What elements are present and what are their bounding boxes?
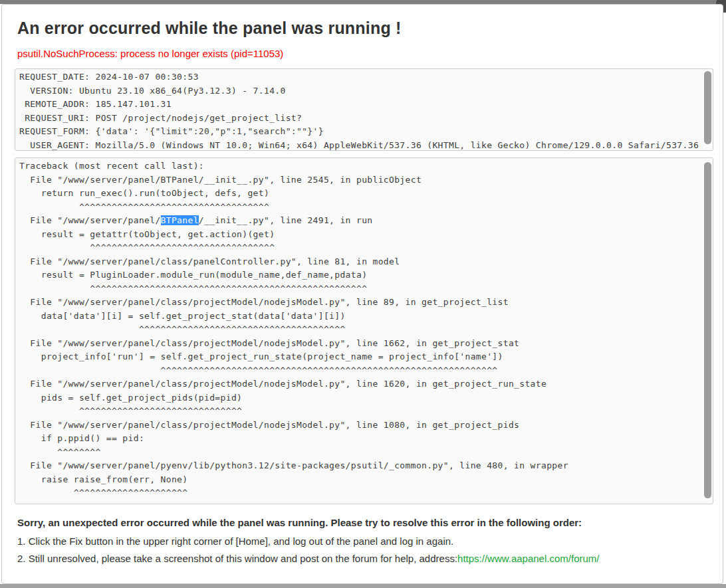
traceback-text[interactable]: Traceback (most recent call last): File … bbox=[15, 158, 713, 500]
error-title: An error occurred while the panel was ru… bbox=[17, 17, 402, 39]
request-info-scrollbar-thumb[interactable] bbox=[704, 71, 711, 144]
page-bottom-bar bbox=[0, 584, 726, 588]
help-step-2: 2. Still unresolved, please take a scree… bbox=[17, 552, 599, 565]
help-summary: Sorry, an unexpected error occurred whil… bbox=[17, 516, 582, 530]
request-info-text[interactable]: REQUEST_DATE: 2024-10-07 00:30:53 VERSIO… bbox=[15, 69, 713, 151]
exception-message: psutil.NoSuchProcess: process no longer … bbox=[17, 47, 283, 60]
forum-link[interactable]: https://www.aapanel.com/forum/ bbox=[457, 553, 599, 564]
error-dialog: An error occurred while the panel was ru… bbox=[1, 4, 723, 584]
request-info-box: REQUEST_DATE: 2024-10-07 00:30:53 VERSIO… bbox=[15, 68, 713, 151]
help-step-2-text: 2. Still unresolved, please take a scree… bbox=[17, 553, 457, 564]
traceback-box: Traceback (most recent call last): File … bbox=[15, 157, 713, 504]
traceback-scrollbar-thumb[interactable] bbox=[704, 162, 711, 498]
help-step-1: 1. Click the Fix button in the upper rig… bbox=[17, 535, 453, 548]
